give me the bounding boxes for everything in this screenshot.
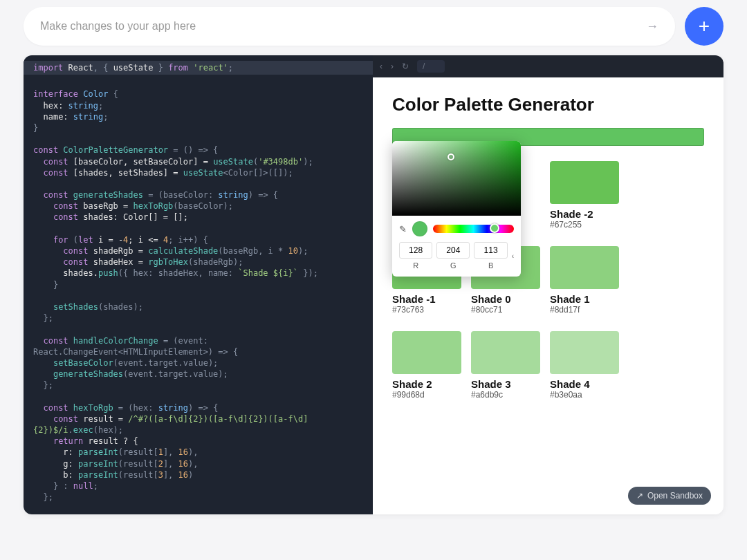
code-token: const bbox=[53, 212, 78, 222]
swatch-hex: #73c763 bbox=[392, 305, 461, 315]
code-token: (result[ bbox=[118, 459, 158, 469]
swatch-hex: #b3e0aa bbox=[550, 390, 619, 400]
swatch-name: Shade 2 bbox=[392, 378, 461, 390]
code-token: } bbox=[33, 123, 38, 133]
code-token: shades: Color[] = []; bbox=[83, 212, 188, 222]
forward-button[interactable]: › bbox=[391, 62, 394, 71]
code-token: ; bbox=[228, 63, 233, 73]
code-token: . bbox=[68, 425, 73, 435]
swatch-chip[interactable] bbox=[392, 331, 461, 374]
url-path[interactable]: / bbox=[417, 60, 445, 73]
open-sandbox-button[interactable]: ↗ Open Sandbox bbox=[628, 487, 711, 505]
code-token: ColorPaletteGenerator bbox=[63, 145, 168, 155]
plus-icon: + bbox=[699, 15, 710, 37]
swatch-name: Shade 0 bbox=[471, 293, 540, 305]
saturation-value-pad[interactable] bbox=[392, 141, 521, 216]
swatch-name: Shade 1 bbox=[550, 293, 619, 305]
code-token: useState bbox=[183, 168, 223, 178]
code-token: parseInt bbox=[78, 447, 118, 457]
code-token: ], bbox=[163, 459, 178, 469]
code-token: [baseColor, setBaseColor] = bbox=[73, 157, 208, 167]
code-token: ) => { bbox=[188, 403, 218, 413]
submit-arrow-icon[interactable]: → bbox=[646, 19, 658, 34]
code-token: ; bbox=[93, 481, 98, 491]
app-title: Color Palette Generator bbox=[392, 94, 704, 115]
hue-slider[interactable] bbox=[433, 225, 514, 233]
code-token: = () => { bbox=[173, 145, 218, 155]
code-token: (event.target.value); bbox=[123, 369, 228, 379]
reload-icon[interactable]: ↻ bbox=[402, 62, 409, 71]
code-token: (result[ bbox=[118, 447, 158, 457]
r-input[interactable] bbox=[399, 242, 432, 259]
b-input[interactable] bbox=[474, 242, 507, 259]
code-token: hexToRgb bbox=[133, 201, 174, 211]
swatch-name: Shade 3 bbox=[471, 378, 540, 390]
swatch-hex: #80cc71 bbox=[471, 305, 540, 315]
code-token: (baseColor); bbox=[173, 201, 233, 211]
code-token: hex: bbox=[43, 101, 63, 111]
code-token: useState bbox=[213, 157, 253, 167]
code-token: `Shade ${i}` bbox=[238, 268, 298, 278]
code-token: result = bbox=[83, 414, 123, 424]
code-token: 10 bbox=[288, 246, 298, 256]
swatch-name: Shade -2 bbox=[550, 208, 619, 220]
new-button[interactable]: + bbox=[685, 7, 723, 46]
hue-cursor-icon[interactable] bbox=[490, 223, 499, 233]
code-token: string bbox=[68, 101, 98, 111]
code-token: exec bbox=[73, 425, 93, 435]
code-token: const bbox=[43, 336, 68, 346]
swatch-hex: #a6db9c bbox=[471, 390, 540, 400]
swatch-hex: #99d68d bbox=[392, 390, 461, 400]
code-token: b: bbox=[63, 470, 73, 480]
code-token: }); bbox=[303, 268, 318, 278]
swatch-hex: #8dd17f bbox=[550, 305, 619, 315]
code-token: i = - bbox=[98, 235, 123, 245]
sv-cursor-icon[interactable] bbox=[448, 153, 454, 160]
code-token: ], bbox=[163, 470, 178, 480]
code-token: string bbox=[218, 190, 248, 200]
code-token: g: bbox=[63, 459, 73, 469]
back-button[interactable]: ‹ bbox=[380, 62, 382, 71]
code-token: , { bbox=[93, 63, 109, 73]
code-token: null bbox=[73, 481, 93, 491]
swatch-chip[interactable] bbox=[550, 331, 619, 374]
topbar: → + bbox=[24, 7, 723, 46]
code-token: 3 bbox=[158, 470, 163, 480]
code-token: useState bbox=[113, 63, 154, 73]
b-label: B bbox=[474, 261, 507, 270]
code-token: import bbox=[33, 63, 63, 73]
preview-pane: ‹ › ↻ / Color Palette Generator ✎ bbox=[373, 55, 723, 514]
code-token: ; i++) { bbox=[168, 235, 208, 245]
code-token: const bbox=[63, 257, 88, 267]
code-editor[interactable]: import React, { useState } from 'react';… bbox=[24, 55, 373, 514]
code-token: } bbox=[153, 63, 168, 73]
code-token: setBaseColor bbox=[53, 358, 113, 368]
code-token: (result[ bbox=[118, 470, 158, 480]
color-picker[interactable]: ✎ R G bbox=[392, 141, 521, 277]
code-token: for bbox=[53, 235, 68, 245]
preview-body: Color Palette Generator ✎ R bbox=[373, 77, 723, 514]
code-token: push bbox=[98, 268, 118, 278]
code-token: const bbox=[53, 201, 78, 211]
code-token: let bbox=[78, 235, 93, 245]
swatch-chip[interactable] bbox=[550, 161, 619, 204]
swatch-chip[interactable] bbox=[471, 331, 540, 374]
code-token: r: bbox=[63, 447, 73, 457]
swatch-chip[interactable] bbox=[550, 246, 619, 289]
code-token: parseInt bbox=[78, 459, 118, 469]
g-input[interactable] bbox=[436, 242, 470, 259]
code-token: ); bbox=[298, 246, 308, 256]
code-token: ); bbox=[303, 157, 313, 167]
code-token: Color bbox=[83, 89, 108, 99]
eyedropper-icon[interactable]: ✎ bbox=[399, 224, 407, 234]
code-token: React bbox=[68, 63, 93, 73]
swatch: Shade -2#67c255 bbox=[550, 161, 619, 230]
prompt-bar[interactable]: → bbox=[24, 7, 675, 46]
preview-toolbar: ‹ › ↻ / bbox=[373, 55, 723, 77]
code-token: ) => { bbox=[248, 190, 278, 200]
format-toggle-icon[interactable]: ‹ bbox=[512, 252, 514, 270]
swatch-hex: #67c255 bbox=[550, 220, 619, 230]
code-token: const bbox=[63, 246, 88, 256]
prompt-input[interactable] bbox=[40, 20, 646, 32]
code-token: from bbox=[168, 63, 188, 73]
